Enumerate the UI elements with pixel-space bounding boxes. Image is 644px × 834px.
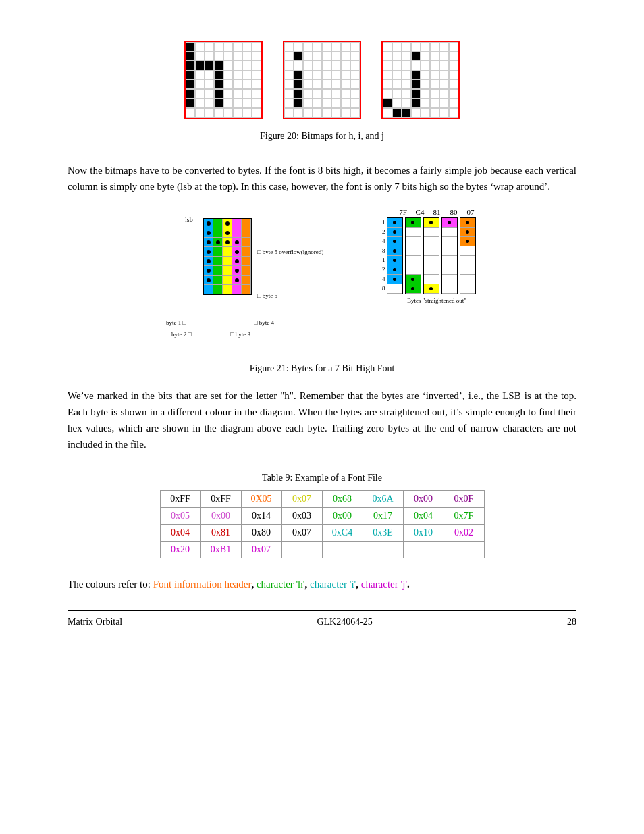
footer-center: GLK24064-25 (317, 617, 372, 627)
bitmap-i (283, 41, 361, 119)
hex-headers: 7F C4 81 80 07 (396, 208, 478, 216)
body-text-2: We’ve marked in the bits that are set fo… (68, 388, 576, 452)
color-header: Font information header (153, 579, 252, 590)
page: Figure 20: Bitmaps for h, i, and j Now t… (0, 0, 644, 834)
straightened-label: Bytes "straightened out" (396, 297, 478, 304)
figure-21-right: 7F C4 81 80 07 1 2 4 8 1 2 4 (382, 208, 478, 304)
bitmap-h (184, 41, 263, 119)
colors-prefix: The colours refer to: (68, 579, 151, 590)
figure-21-left: lsb byte 1 □ byte 2 □ □ byte 3 □ byte 4 … (166, 208, 355, 357)
bitmap-row (184, 41, 460, 119)
figure-20-section: Figure 20: Bitmaps for h, i, and j (68, 41, 576, 142)
footer-left: Matrix Orbital (68, 617, 122, 627)
row-label-1: 1 (382, 217, 385, 227)
lsb-label: lsb (185, 216, 193, 224)
table-caption: Table 9: Example of a Font File (68, 473, 576, 484)
diag-right-body: 1 2 4 8 1 2 4 8 (382, 217, 478, 294)
byte1-label: byte 1 □ (166, 319, 186, 326)
row-label-2b: 2 (382, 265, 385, 274)
row-label-8: 8 (382, 246, 385, 255)
color-i: character 'i' (310, 579, 356, 590)
row-labels: 1 2 4 8 1 2 4 8 (382, 217, 385, 293)
hex-7f: 7F (396, 208, 410, 216)
figure-21-caption: Figure 21: Bytes for a 7 Bit High Font (250, 363, 395, 374)
row-label-2: 2 (382, 227, 385, 236)
bitmap-j (381, 41, 460, 119)
diag-main-grid (203, 218, 252, 295)
hex-81: 81 (429, 208, 444, 216)
footer: Matrix Orbital GLK24064-25 28 (68, 610, 576, 627)
colors-note: The colours refer to: Font information h… (68, 579, 576, 590)
body-text-1: Now the bitmaps have to be converted to … (68, 162, 576, 194)
table-section: Table 9: Example of a Font File 0xFF0xFF… (68, 473, 576, 558)
byte5-label: □ byte 5 (257, 292, 277, 299)
byte3-label: □ byte 3 (230, 331, 250, 338)
byte5overflow-label: □ byte 5 overflow(ignored) (257, 249, 323, 255)
figure-21-inner: lsb byte 1 □ byte 2 □ □ byte 3 □ byte 4 … (166, 208, 478, 357)
hex-c4: C4 (412, 208, 427, 216)
figure-20-caption: Figure 20: Bitmaps for h, i, and j (260, 131, 384, 142)
color-j: character 'j' (361, 579, 407, 590)
diag-right-cols (387, 217, 476, 294)
hex-07: 07 (463, 208, 478, 216)
font-table: 0xFF0xFF0X050x070x680x6A0x000x0F0x050x00… (160, 490, 485, 558)
color-h: character 'h' (257, 579, 305, 590)
figure-21-section: lsb byte 1 □ byte 2 □ □ byte 3 □ byte 4 … (68, 208, 576, 374)
byte4-label: □ byte 4 (254, 319, 274, 326)
hex-80: 80 (446, 208, 461, 216)
row-label-4b: 4 (382, 274, 385, 284)
row-label-4: 4 (382, 236, 385, 246)
byte2-label: byte 2 □ (171, 331, 192, 338)
footer-right: 28 (567, 617, 576, 627)
row-label-8b: 8 (382, 284, 385, 293)
row-label-1b: 1 (382, 255, 385, 265)
